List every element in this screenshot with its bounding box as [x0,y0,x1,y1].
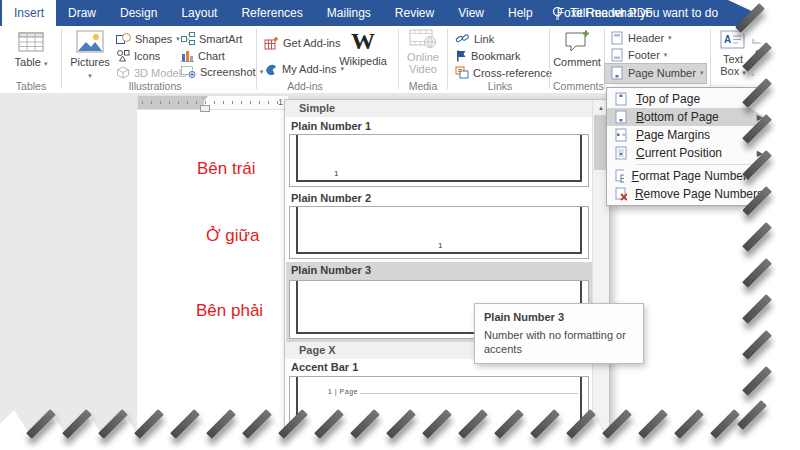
get-addins-button[interactable]: Get Add-ins [264,36,340,50]
group-divider [398,29,399,89]
menu-item-bottom-of-page[interactable]: Bottom of Page ▶ [607,108,767,126]
chart-button[interactable]: Chart [181,49,225,62]
tab-view[interactable]: View [446,0,496,26]
my-addins-button[interactable]: My Add-ins▾ [264,62,344,75]
tab-layout[interactable]: Layout [169,0,229,26]
cross-reference-button[interactable]: Cross-reference [455,66,552,79]
cross-reference-label: Cross-reference [473,67,552,79]
preview-number: 1 [334,169,338,178]
text-box-label: Text Box [720,53,743,77]
online-video-icon [409,29,437,49]
screenshot-button[interactable]: Screenshot▾ [181,66,263,78]
page-number-menu: Top of Page ▶ Bottom of Page ▶ Page Marg… [606,87,768,206]
gallery-item-plain-number-2[interactable]: 1 [289,206,589,259]
menu-item-current-position[interactable]: Current Position ▶ [607,144,767,162]
table-label: Table [15,56,41,68]
table-button[interactable]: Table ▾ [8,30,54,68]
menu-item-remove-page-numbers[interactable]: Remove Page Numbers [607,185,767,203]
gallery-item-plain-number-2-label: Plain Number 2 [291,192,371,204]
menu-item-page-margins[interactable]: Page Margins ▶ [607,126,767,144]
tooltip-body: Number with no formatting or accents [484,328,634,356]
group-label-links: Links [470,80,530,92]
online-video-label: Online Video [405,51,441,75]
screenshot-label: Screenshot [200,66,256,78]
icons-label: Icons [134,50,160,62]
page-number-button[interactable]: Page Number▾ [611,66,703,80]
screenshot-icon [181,66,196,78]
bookmark-label: Bookmark [471,50,521,62]
online-video-button: Online Video [402,29,444,75]
chart-label: Chart [198,50,225,62]
group-label-addins: Add-ins [270,80,340,92]
tab-help[interactable]: Help [496,0,545,26]
group-divider [256,29,257,89]
drop-cap-icon: A≡ [752,66,766,78]
ruler-ticks [142,101,284,104]
comment-button[interactable]: Comment [553,29,601,68]
accent-bar-line [360,393,578,394]
group-divider [61,29,62,89]
link-label: Link [474,33,494,45]
lightbulb-icon [552,6,563,21]
page-number-label: Page Number [628,67,696,79]
bookmark-icon [455,49,467,62]
remove-page-numbers-icon [615,187,627,201]
shapes-button[interactable]: Shapes▾ [116,32,180,45]
tab-mailings[interactable]: Mailings [315,0,383,26]
text-box-icon: A [720,29,746,51]
gallery-item-plain-number-1-label: Plain Number 1 [291,120,371,132]
group-label-tables: Tables [8,80,54,92]
cross-reference-icon [455,66,469,79]
tell-me-box[interactable]: Tell me what you want to do [552,0,718,26]
tooltip-title: Plain Number 3 [484,311,634,323]
tell-me-label: Tell me what you want to do [570,6,718,20]
icons-icon [116,49,130,62]
table-icon [18,30,44,54]
tab-design[interactable]: Design [108,0,169,26]
tab-insert[interactable]: Insert [2,0,56,26]
comment-icon [562,29,592,54]
pictures-button[interactable]: Pictures▾ [68,30,112,80]
format-page-numbers-icon [615,169,624,183]
ruler-tick-label: 1 [278,97,283,107]
group-divider [549,29,550,89]
group-divider [447,29,448,89]
header-icon [611,31,624,45]
group-divider [710,29,711,89]
annotation-right: Bên phải [196,301,263,321]
preview-number: 1 [438,241,442,250]
footer-button[interactable]: Footer▾ [611,48,667,62]
link-button[interactable]: Link [455,32,494,45]
top-of-page-icon [615,92,628,106]
word-window: Insert Draw Design Layout References Mai… [0,0,800,450]
quick-parts-button[interactable]: ▾ [752,31,773,44]
preview-page-outline [296,135,582,182]
wikipedia-icon: W [351,29,375,53]
indent-markers[interactable] [200,96,209,114]
horizontal-ruler[interactable]: 1 [137,95,289,110]
gallery-item-plain-number-1[interactable]: 1 [289,134,589,187]
icons-button[interactable]: Icons [116,49,160,62]
page-number-gallery: Simple Plain Number 1 1 Plain Number 2 1… [284,99,610,450]
shapes-icon [116,32,131,45]
wikipedia-button[interactable]: W Wikipedia [336,29,390,67]
shapes-label: Shapes [135,33,172,45]
wikipedia-label: Wikipedia [339,55,387,67]
ribbon-tab-bar: Insert Draw Design Layout References Mai… [0,0,800,26]
header-label: Header [628,32,664,44]
quick-parts-icon [752,31,765,44]
tab-references[interactable]: References [229,0,314,26]
menu-item-top-of-page[interactable]: Top of Page ▶ [607,90,767,108]
tab-draw[interactable]: Draw [56,0,108,26]
my-addins-icon [264,62,278,75]
tab-review[interactable]: Review [383,0,446,26]
3d-models-icon [116,66,130,79]
get-addins-icon [264,36,279,50]
group-label-illustrations: Illustrations [90,80,220,92]
chart-icon [181,49,194,62]
header-button[interactable]: Header▾ [611,31,672,45]
current-position-icon [615,146,628,160]
group-label-comments: Comments [553,80,601,92]
smartart-button[interactable]: SmartArt [181,32,242,45]
bookmark-button[interactable]: Bookmark [455,49,521,62]
